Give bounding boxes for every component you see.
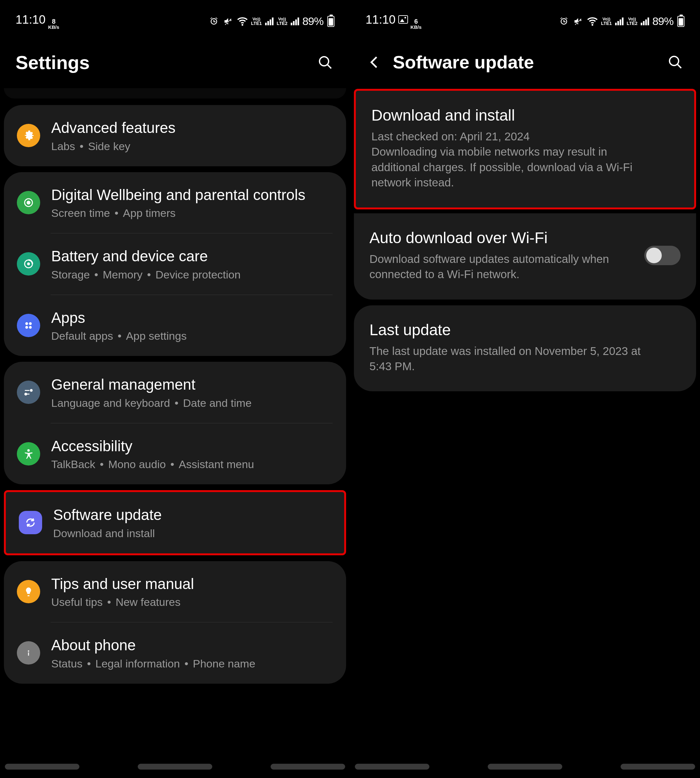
signal1-icon — [615, 17, 623, 25]
digital-wellbeing-icon — [17, 191, 40, 214]
settings-item-title: About phone — [51, 636, 333, 655]
settings-item-subtitle: TalkBackMono audioAssistant menu — [51, 458, 333, 471]
settings-item-title: Battery and device care — [51, 247, 333, 266]
settings-item-tips-and-user-manual[interactable]: Tips and user manualUseful tipsNew featu… — [4, 561, 346, 623]
settings-item-title: Advanced features — [51, 119, 333, 137]
battery-icon — [327, 16, 335, 27]
svg-point-6 — [29, 322, 32, 325]
scroll-shadow — [4, 88, 346, 99]
settings-group: Tips and user manualUseful tipsNew featu… — [4, 561, 346, 684]
software-update-header: Software update — [350, 33, 700, 87]
svg-point-8 — [29, 326, 32, 329]
wifi-icon — [587, 16, 598, 27]
wifi-icon — [237, 16, 248, 27]
svg-point-10 — [24, 393, 27, 396]
signal1-icon — [265, 17, 273, 25]
settings-item-apps[interactable]: AppsDefault appsApp settings — [4, 295, 346, 356]
settings-group: Advanced featuresLabsSide key — [4, 105, 346, 166]
software-update-screen: 11:10 6 KB/s Vo))LTE1 Vo))L — [350, 0, 700, 778]
svg-point-0 — [320, 57, 328, 66]
settings-group: General managementLanguage and keyboardD… — [4, 362, 346, 484]
settings-item-title: Apps — [51, 309, 333, 327]
system-navigation-bar — [350, 764, 700, 770]
settings-item-digital-wellbeing-and-parental-controls[interactable]: Digital Wellbeing and parental controlsS… — [4, 172, 346, 234]
clock-time: 11:10 — [15, 13, 46, 27]
settings-item-subtitle: Language and keyboardDate and time — [51, 397, 333, 409]
settings-item-subtitle: Download and install — [53, 527, 331, 540]
last-update-title: Last update — [370, 321, 680, 339]
page-title: Settings — [15, 52, 90, 73]
settings-item-title: Digital Wellbeing and parental controls — [51, 186, 333, 205]
settings-item-advanced-features[interactable]: Advanced featuresLabsSide key — [4, 105, 346, 166]
advanced-features-icon — [17, 124, 40, 147]
status-bar: 11:10 8 KB/s Vo))LTE1 Vo))LTE2 — [0, 0, 350, 33]
volte2-indicator: Vo))LTE2 — [277, 17, 287, 26]
settings-item-subtitle: StorageMemoryDevice protection — [51, 269, 333, 281]
mute-icon — [573, 16, 584, 27]
battery-device-care-icon — [17, 252, 40, 275]
svg-point-7 — [25, 326, 28, 329]
software-update-icon — [19, 511, 42, 534]
settings-group: Software updateDownload and install — [4, 490, 346, 555]
settings-item-accessibility[interactable]: AccessibilityTalkBackMono audioAssistant… — [4, 423, 346, 485]
volte2-indicator: Vo))LTE2 — [627, 17, 637, 26]
battery-percentage: 89% — [652, 15, 673, 28]
status-icons: Vo))LTE1 Vo))LTE2 89% — [558, 15, 685, 28]
search-button[interactable] — [316, 53, 335, 72]
nav-recents[interactable] — [355, 764, 429, 770]
mute-icon — [223, 16, 234, 27]
nav-back[interactable] — [621, 764, 695, 770]
download-install-item[interactable]: Download and install Last checked on: Ap… — [354, 89, 696, 209]
settings-item-title: Software update — [53, 506, 331, 524]
settings-item-subtitle: Screen timeApp timers — [51, 207, 333, 219]
settings-list: Advanced featuresLabsSide keyDigital Wel… — [0, 105, 350, 684]
signal2-icon — [291, 17, 299, 25]
auto-download-sub: Download software updates automatically … — [370, 251, 635, 282]
last-update-item[interactable]: Last update The last update was installe… — [354, 306, 696, 392]
status-bar: 11:10 6 KB/s Vo))LTE1 Vo))L — [350, 0, 700, 33]
last-update-sub: The last update was installed on Novembe… — [370, 343, 655, 374]
system-navigation-bar — [0, 764, 350, 770]
nav-recents[interactable] — [5, 764, 79, 770]
auto-download-item[interactable]: Auto download over Wi-Fi Download softwa… — [354, 213, 696, 299]
settings-group: Digital Wellbeing and parental controlsS… — [4, 172, 346, 356]
nav-home[interactable] — [488, 764, 562, 770]
auto-download-toggle[interactable] — [644, 246, 680, 265]
download-install-title: Download and install — [372, 106, 678, 124]
clock-time: 11:10 — [365, 13, 396, 27]
settings-item-subtitle: LabsSide key — [51, 140, 333, 153]
settings-item-battery-and-device-care[interactable]: Battery and device careStorageMemoryDevi… — [4, 234, 346, 295]
settings-item-title: Tips and user manual — [51, 575, 333, 594]
page-title: Software update — [393, 52, 534, 73]
settings-item-software-update[interactable]: Software updateDownload and install — [6, 492, 344, 553]
network-speed: 8 KB/s — [48, 18, 59, 30]
tips-manual-icon — [17, 580, 40, 603]
download-install-sub: Last checked on: April 21, 2024 Download… — [372, 129, 657, 190]
settings-item-general-management[interactable]: General managementLanguage and keyboardD… — [4, 362, 346, 423]
volte1-indicator: Vo))LTE1 — [251, 17, 262, 26]
about-phone-icon — [17, 641, 40, 664]
signal2-icon — [641, 17, 649, 25]
svg-point-2 — [27, 201, 30, 204]
back-button[interactable] — [365, 53, 384, 71]
settings-item-title: General management — [51, 376, 333, 394]
settings-header: Settings — [0, 33, 350, 88]
nav-back[interactable] — [271, 764, 345, 770]
svg-point-9 — [30, 389, 33, 392]
svg-point-5 — [25, 322, 28, 325]
svg-rect-14 — [28, 653, 29, 656]
svg-point-4 — [28, 263, 30, 265]
settings-screen: 11:10 8 KB/s Vo))LTE1 Vo))LTE2 — [0, 0, 350, 778]
search-button[interactable] — [666, 53, 685, 71]
battery-icon — [677, 16, 685, 27]
alarm-icon — [208, 16, 219, 27]
settings-item-about-phone[interactable]: About phoneStatusLegal informationPhone … — [4, 623, 346, 684]
nav-home[interactable] — [138, 764, 212, 770]
status-icons: Vo))LTE1 Vo))LTE2 89% — [208, 15, 335, 28]
accessibility-icon — [17, 442, 40, 466]
svg-point-11 — [27, 449, 30, 452]
battery-percentage: 89% — [302, 15, 323, 28]
screenshot-icon — [398, 15, 408, 24]
settings-item-subtitle: Default appsApp settings — [51, 330, 333, 342]
svg-point-15 — [670, 57, 678, 65]
